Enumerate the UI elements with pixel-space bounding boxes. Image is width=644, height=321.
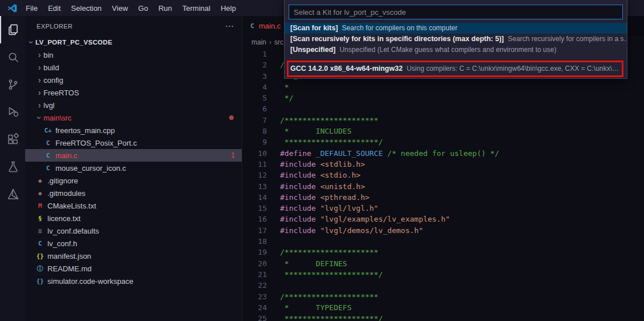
modified-dot-badge — [229, 115, 234, 120]
annotated-kit-option-wrap: GCC 14.2.0 x86_64-w64-mingw32Using compi… — [285, 63, 627, 75]
item-label: mouse_cursor_icon.c — [55, 164, 126, 172]
explorer-item-config[interactable]: ›config — [25, 74, 242, 86]
line-content: #include <pthread.h> — [280, 193, 370, 202]
line-content: * INCLUDES — [280, 127, 351, 135]
line-number: 10 — [242, 148, 267, 159]
testing-icon[interactable] — [0, 153, 25, 180]
c-file-icon: C — [43, 152, 53, 159]
item-label: bin — [43, 51, 53, 59]
explorer-item-lvgl[interactable]: ›lvgl — [25, 99, 242, 111]
explorer-item-lv-port-pc-vscode[interactable]: ›LV_PORT_PC_VSCODE — [25, 36, 242, 49]
explorer-sidebar: EXPLORER ⋯ ›LV_PORT_PC_VSCODE›bin›build›… — [25, 16, 242, 321]
explorer-title: EXPLORER — [37, 23, 73, 30]
explorer-item-manifest-json[interactable]: {}manifest.json — [25, 250, 242, 262]
line-number: 14 — [242, 192, 267, 203]
chevron-right-icon: › — [35, 63, 43, 72]
kit-quick-pick: [Scan for kits]Search for compilers on t… — [284, 0, 627, 79]
c-file-icon: C — [35, 240, 45, 247]
menu-help[interactable]: Help — [215, 0, 241, 16]
explorer-item-freertos[interactable]: ›FreeRTOS — [25, 86, 242, 99]
line-content: /********************* — [280, 116, 378, 125]
breadcrumb-src[interactable]: src — [274, 38, 283, 46]
kit-option-unspecified[interactable]: [Unspecified]Unspecified (Let CMake gues… — [285, 45, 627, 55]
explorer-item-gitmodules[interactable]: ◆.gitmodules — [25, 187, 242, 199]
kit-option-gcc-14-2-0-x86-64-w64-mingw32[interactable]: GCC 14.2.0 x86_64-w64-mingw32Using compi… — [285, 63, 627, 75]
explorer-item-lv-conf-defaults[interactable]: ≡lv_conf.defaults — [25, 224, 242, 237]
code-line-17: 17#include "lvgl/demos/lv_demos.h" — [242, 225, 644, 236]
search-icon[interactable] — [0, 43, 25, 71]
code-line-22: 22 — [242, 280, 644, 291]
cmake-file-icon: M — [35, 202, 45, 210]
menu-file[interactable]: File — [21, 0, 43, 16]
item-label: licence.txt — [47, 214, 81, 223]
explorer-item-licence-txt[interactable]: §licence.txt — [25, 212, 242, 224]
code-line-14: 14#include <pthread.h> — [242, 192, 644, 203]
option-label: GCC 14.2.0 x86_64-w64-mingw32 — [290, 65, 403, 73]
line-content: *********************/ — [280, 138, 383, 146]
line-number: 4 — [242, 82, 267, 93]
kit-option-scan-recursively-for-kits-in-specific-di[interactable]: [Scan recursively for kits in specific d… — [285, 34, 627, 45]
line-content: #include <unistd.h> — [280, 182, 365, 191]
code-line-8: 8 * INCLUDES — [242, 126, 644, 137]
line-number: 20 — [242, 258, 267, 269]
line-content: *********************/ — [280, 314, 383, 321]
source-control-icon[interactable] — [0, 71, 25, 98]
line-number: 1 — [242, 49, 267, 59]
item-label: manifest.json — [47, 252, 91, 260]
explorer-item-main-c[interactable]: Cmain.c1 — [25, 149, 242, 162]
explorer-item-lv-conf-h[interactable]: Clv_conf.h — [25, 237, 242, 250]
c-file-icon: C — [248, 22, 257, 30]
code-line-7: 7/********************* — [242, 115, 644, 126]
extensions-icon[interactable] — [0, 126, 25, 153]
info-file-icon: ⓘ — [35, 264, 45, 273]
explorer-item-simulator-code-workspace[interactable]: {}simulator.code-workspace — [25, 275, 242, 287]
chevron-down-icon: › — [27, 38, 36, 46]
breadcrumb-main[interactable]: main — [251, 38, 266, 46]
run-debug-icon[interactable] — [0, 98, 25, 126]
option-label: [Scan recursively for kits in specific d… — [290, 35, 504, 43]
option-description: Search recursively for compilers in a s… — [508, 35, 627, 43]
explorer-item-freertos-main-cpp[interactable]: C+freertos_main.cpp — [25, 124, 242, 137]
explorer-item-cmakelists-txt[interactable]: MCMakeLists.txt — [25, 199, 242, 212]
menu-terminal[interactable]: Terminal — [177, 0, 215, 16]
explorer-item-gitignore[interactable]: ◆.gitignore — [25, 174, 242, 187]
more-actions-icon[interactable]: ⋯ — [225, 21, 234, 31]
line-content: * — [280, 83, 289, 91]
code-editor[interactable]: 12/**3 * @file main4 *5 */67/***********… — [242, 49, 644, 321]
explorer-item-readme-md[interactable]: ⓘREADME.md — [25, 262, 242, 275]
chevron-right-icon: › — [35, 88, 43, 97]
explorer-item-bin[interactable]: ›bin — [25, 49, 242, 61]
menu-view[interactable]: View — [107, 0, 133, 16]
cmake-icon[interactable] — [0, 180, 25, 208]
explorer-item-build[interactable]: ›build — [25, 61, 242, 74]
line-content: * TYPEDEFS — [280, 303, 351, 312]
code-line-12: 12#include <stdio.h> — [242, 170, 644, 180]
kit-search-input[interactable] — [289, 5, 623, 19]
explorer-item-mouse-cursor-icon-c[interactable]: Cmouse_cursor_icon.c — [25, 162, 242, 174]
line-content: #include "lvgl/examples/lv_examples.h" — [280, 215, 450, 223]
code-line-21: 21 *********************/ — [242, 269, 644, 280]
git-file-icon: ◆ — [35, 177, 45, 184]
code-line-23: 23/********************* — [242, 291, 644, 302]
files-icon[interactable] — [0, 16, 25, 43]
menu-run[interactable]: Run — [153, 0, 177, 16]
item-label: FreeRTOS_Posix_Port.c — [55, 139, 137, 147]
c-file-icon: C — [43, 139, 53, 147]
item-label: lv_conf.defaults — [47, 227, 99, 235]
line-content: #include "lvgl/lvgl.h" — [280, 204, 378, 212]
code-line-18: 18 — [242, 236, 644, 247]
kit-option-list: [Scan for kits]Search for compilers on t… — [285, 23, 627, 75]
item-label: CMakeLists.txt — [47, 202, 96, 210]
item-label: lv_conf.h — [47, 239, 77, 248]
menu-go[interactable]: Go — [133, 0, 153, 16]
chevron-right-icon: › — [35, 75, 43, 85]
line-number: 17 — [242, 225, 267, 236]
code-line-25: 25 *********************/ — [242, 313, 644, 321]
kit-option-scan-for-kits[interactable]: [Scan for kits]Search for compilers on t… — [285, 23, 627, 34]
explorer-item-main-src[interactable]: ›main\src — [25, 111, 242, 124]
explorer-item-freertos-posix-port-c[interactable]: CFreeRTOS_Posix_Port.c — [25, 137, 242, 149]
line-number: 6 — [242, 103, 267, 114]
line-number: 18 — [242, 236, 267, 247]
menu-edit[interactable]: Edit — [43, 0, 66, 16]
menu-selection[interactable]: Selection — [66, 0, 106, 16]
